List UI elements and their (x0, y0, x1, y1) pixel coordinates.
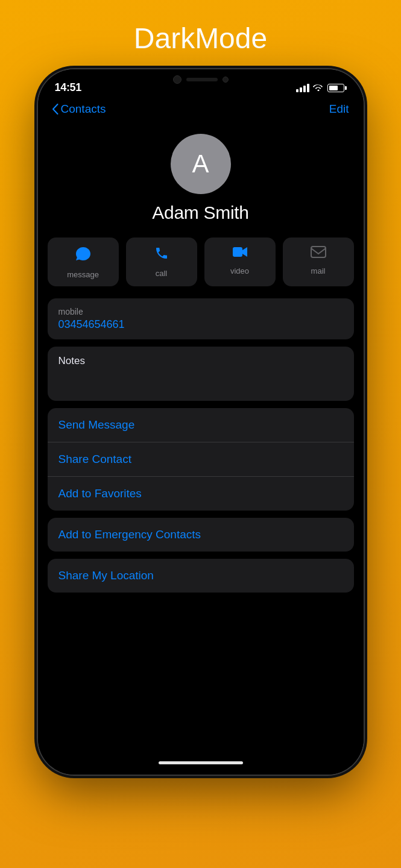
share-location-button[interactable]: Share My Location (48, 559, 354, 593)
mail-icon (311, 246, 326, 262)
message-label: message (67, 270, 99, 279)
send-message-button[interactable]: Send Message (48, 408, 354, 442)
home-indicator (38, 750, 364, 775)
scroll-content[interactable]: A Adam Smith message (38, 122, 364, 750)
home-bar (159, 761, 243, 764)
status-icons (296, 83, 347, 93)
edit-button[interactable]: Edit (329, 102, 349, 116)
phone-frame: 14:51 (38, 69, 364, 775)
video-icon (232, 246, 248, 262)
phone-screen: 14:51 (38, 69, 364, 775)
back-label: Contacts (61, 102, 106, 116)
avatar: A (171, 134, 231, 194)
phone-number[interactable]: 03454654661 (58, 318, 343, 331)
status-bar: 14:51 (38, 69, 364, 99)
mail-button[interactable]: mail (283, 237, 354, 286)
notch-camera-right (223, 77, 229, 83)
video-label: video (230, 266, 249, 275)
notes-section: Notes (48, 347, 354, 401)
notch-camera-left (173, 75, 182, 84)
phone-label: mobile (58, 307, 343, 316)
action-buttons-row: message call (38, 237, 364, 298)
message-icon (75, 246, 91, 265)
navigation-bar: Contacts Edit (38, 99, 364, 122)
call-button[interactable]: call (126, 237, 197, 286)
phone-info-row[interactable]: mobile 03454654661 (48, 298, 354, 339)
add-to-emergency-button[interactable]: Add to Emergency Contacts (48, 518, 354, 552)
svg-rect-0 (233, 247, 242, 257)
status-time: 14:51 (55, 81, 82, 94)
notes-label: Notes (58, 355, 343, 367)
back-button[interactable]: Contacts (52, 102, 106, 116)
share-contact-button[interactable]: Share Contact (48, 442, 354, 477)
phone-info-section: mobile 03454654661 (48, 298, 354, 339)
notch-speaker (186, 78, 218, 81)
avatar-letter: A (192, 149, 209, 178)
signal-icon (296, 84, 309, 92)
contact-header: A Adam Smith (38, 122, 364, 237)
page-title: DarkMode (134, 22, 267, 55)
call-label: call (156, 269, 168, 278)
message-button[interactable]: message (48, 237, 119, 286)
contact-name: Adam Smith (152, 203, 248, 223)
add-to-favorites-button[interactable]: Add to Favorites (48, 477, 354, 511)
notch (153, 69, 249, 90)
call-icon (154, 246, 169, 264)
wifi-icon (313, 83, 324, 93)
svg-rect-1 (311, 247, 326, 257)
action-list-top: Send Message Share Contact Add to Favori… (48, 408, 354, 511)
battery-icon (327, 84, 347, 92)
mail-label: mail (311, 266, 326, 275)
video-button[interactable]: video (204, 237, 276, 286)
